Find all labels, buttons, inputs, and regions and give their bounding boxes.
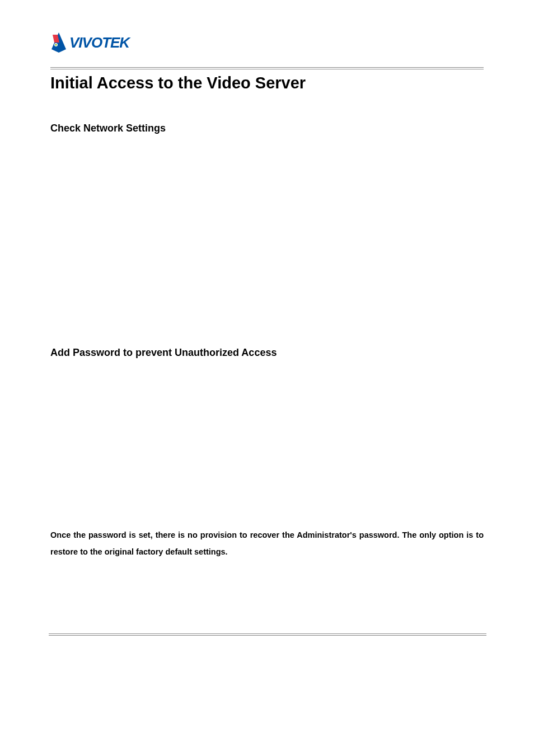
brand-logo: VIVOTEK	[50, 32, 129, 53]
header-divider	[50, 67, 484, 69]
section-network-settings: Check Network Settings	[50, 123, 484, 134]
page-container: VIVOTEK Initial Access to the Video Serv…	[0, 0, 534, 561]
brand-name: VIVOTEK	[69, 34, 129, 51]
svg-point-1	[55, 44, 57, 46]
warning-paragraph: Once the password is set, there is no pr…	[50, 527, 484, 561]
page-title: Initial Access to the Video Server	[50, 74, 484, 92]
section-title-network: Check Network Settings	[50, 123, 484, 134]
logo-mark-icon	[50, 32, 67, 53]
section-title-password: Add Password to prevent Unauthorized Acc…	[50, 347, 484, 359]
footer-divider	[49, 633, 486, 636]
section-password: Add Password to prevent Unauthorized Acc…	[50, 347, 484, 359]
logo-area: VIVOTEK	[50, 32, 484, 55]
